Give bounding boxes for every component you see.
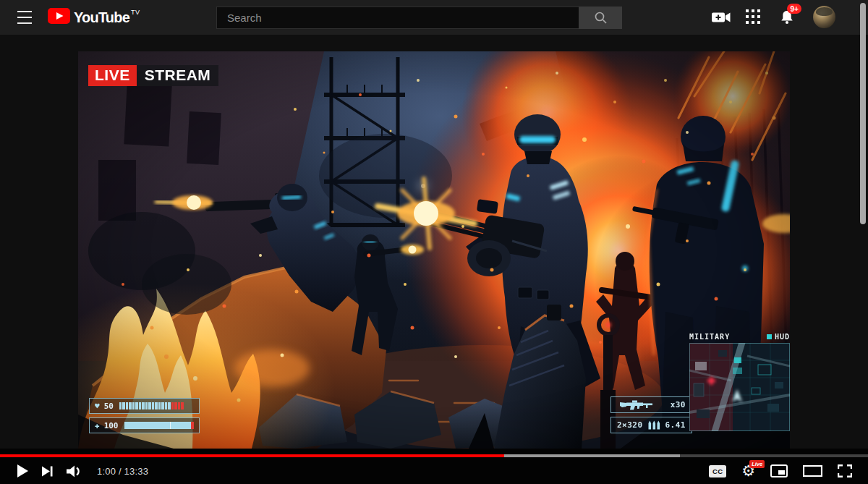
player-bar: 1:00 / 13:33 CC ⚙ Live xyxy=(0,449,868,484)
apps-grid-button[interactable] xyxy=(745,9,762,26)
notifications-button[interactable]: 9+ xyxy=(778,9,796,26)
youtube-tv-logo[interactable]: YouTube TV xyxy=(48,8,140,27)
volume-icon xyxy=(67,465,83,477)
miniplayer-icon xyxy=(770,464,788,477)
hud-legend-swatch xyxy=(767,334,772,339)
gameplay-scene xyxy=(78,51,790,449)
video-camera-plus-icon xyxy=(712,9,731,26)
avatar[interactable] xyxy=(813,6,835,28)
fullscreen-button[interactable] xyxy=(838,464,852,477)
theater-mode-button[interactable] xyxy=(803,465,822,477)
hud-ammo: x30 2×320 6.41 xyxy=(610,396,692,433)
health-bar-box: ♥ 50 xyxy=(89,398,200,414)
armor-bar xyxy=(124,422,194,429)
notification-badge: 9+ xyxy=(787,4,801,14)
logo-brand-text: YouTube xyxy=(74,8,129,27)
armor-value: 100 xyxy=(104,421,119,430)
hud-vitals: ♥ 50 ✚ 100 xyxy=(89,398,200,433)
minimap-mode-label: HUD xyxy=(775,333,790,341)
progress-bar[interactable] xyxy=(0,454,868,457)
plus-icon: ✚ xyxy=(95,422,100,430)
scrollbar-thumb[interactable] xyxy=(860,3,866,224)
minimap-title: MILITARY xyxy=(689,333,730,341)
next-button[interactable] xyxy=(42,466,53,477)
create-video-button[interactable] xyxy=(712,9,729,26)
health-value: 50 xyxy=(104,402,114,411)
play-icon xyxy=(17,464,28,477)
captions-button[interactable]: CC xyxy=(709,465,726,477)
settings-button[interactable]: ⚙ Live xyxy=(741,464,755,479)
apps-grid-icon xyxy=(745,9,761,25)
youtube-play-icon xyxy=(48,8,70,24)
live-label: LIVE xyxy=(88,65,137,86)
bullets-icon xyxy=(648,420,660,430)
top-bar: YouTube TV xyxy=(0,0,868,35)
search-form xyxy=(216,7,622,29)
armor-bar-box: ✚ 100 xyxy=(89,417,200,433)
minimap-canvas xyxy=(689,343,790,431)
search-button[interactable] xyxy=(579,7,622,29)
ammo-magazine: x30 xyxy=(671,400,686,409)
weapon-box: x30 xyxy=(610,396,692,413)
theater-icon xyxy=(803,465,822,477)
health-segments xyxy=(119,402,184,409)
search-icon xyxy=(594,11,608,25)
miniplayer-button[interactable] xyxy=(770,464,788,477)
volume-button[interactable] xyxy=(67,465,83,477)
ammo-reserve: 2×320 xyxy=(617,420,643,430)
player-controls: 1:00 / 13:33 CC ⚙ Live xyxy=(0,458,868,484)
settings-live-badge: Live xyxy=(749,460,765,468)
search-input[interactable] xyxy=(216,7,579,29)
logo-tv-superscript: TV xyxy=(131,9,140,16)
progress-played xyxy=(0,454,504,457)
minimap: MILITARY HUD xyxy=(689,333,790,434)
skip-next-icon xyxy=(42,466,53,477)
stream-label: STREAM xyxy=(137,65,219,86)
reserve-box: 2×320 6.41 xyxy=(610,417,692,433)
rifle-icon xyxy=(620,399,653,410)
live-stream-badge: LIVE STREAM xyxy=(88,65,218,86)
heart-icon: ♥ xyxy=(95,402,100,410)
youtube-tv-app: YouTube TV xyxy=(0,0,868,484)
play-button[interactable] xyxy=(17,464,28,477)
time-display: 1:00 / 13:33 xyxy=(97,466,148,477)
fullscreen-icon xyxy=(838,464,852,477)
video-player[interactable]: LIVE STREAM ♥ 50 ✚ 100 xyxy=(78,51,790,449)
menu-icon[interactable] xyxy=(17,11,32,24)
ammo-counter: 6.41 xyxy=(665,420,686,430)
